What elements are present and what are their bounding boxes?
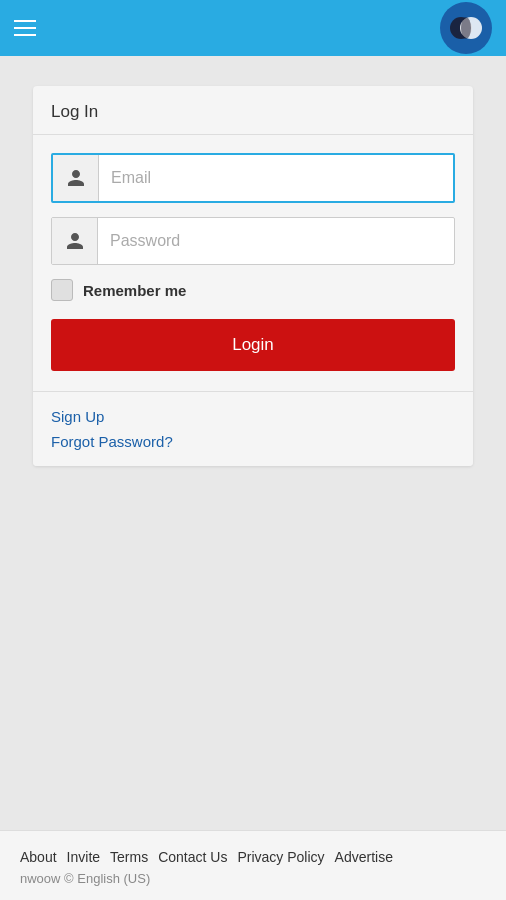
login-card: Log In — [33, 86, 473, 466]
signup-link[interactable]: Sign Up — [51, 408, 455, 425]
remember-checkbox[interactable] — [51, 279, 73, 301]
svg-point-2 — [461, 17, 471, 39]
card-header: Log In — [33, 86, 473, 135]
card-title: Log In — [51, 102, 98, 121]
logo-svg — [447, 9, 485, 47]
email-input-group — [51, 153, 455, 203]
remember-row: Remember me — [51, 279, 455, 301]
footer-link-privacy[interactable]: Privacy Policy — [237, 849, 324, 865]
footer-link-advertise[interactable]: Advertise — [335, 849, 393, 865]
card-body: Remember me Login — [33, 135, 473, 391]
page-footer: About Invite Terms Contact Us Privacy Po… — [0, 830, 506, 900]
footer-link-contact[interactable]: Contact Us — [158, 849, 227, 865]
email-input[interactable] — [99, 155, 453, 201]
card-footer: Sign Up Forgot Password? — [33, 391, 473, 466]
forgot-password-link[interactable]: Forgot Password? — [51, 433, 455, 450]
email-user-icon — [53, 155, 99, 201]
footer-link-invite[interactable]: Invite — [67, 849, 100, 865]
footer-copyright: nwoow © English (US) — [20, 871, 486, 886]
footer-links: About Invite Terms Contact Us Privacy Po… — [20, 849, 486, 865]
password-input[interactable] — [98, 218, 454, 264]
password-user-icon — [52, 218, 98, 264]
footer-link-terms[interactable]: Terms — [110, 849, 148, 865]
menu-icon[interactable] — [14, 20, 36, 36]
remember-label: Remember me — [83, 282, 186, 299]
footer-link-about[interactable]: About — [20, 849, 57, 865]
app-logo — [440, 2, 492, 54]
password-input-group — [51, 217, 455, 265]
app-header — [0, 0, 506, 56]
main-content: Log In — [0, 56, 506, 830]
login-button[interactable]: Login — [51, 319, 455, 371]
